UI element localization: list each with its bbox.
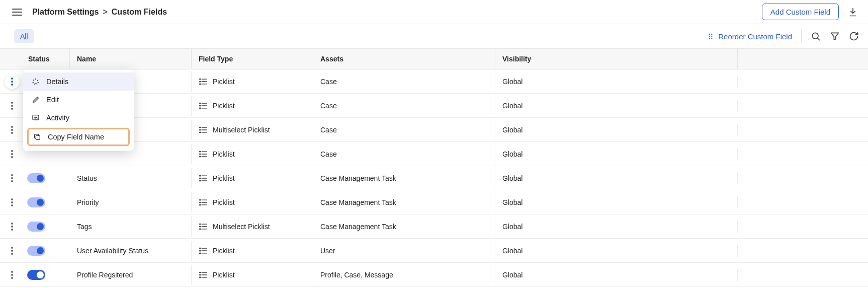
row-actions[interactable] [0, 271, 24, 279]
svg-point-21 [200, 103, 201, 104]
visibility-cell: Global [495, 168, 737, 188]
refresh-icon[interactable] [849, 31, 859, 41]
row-actions[interactable] [0, 150, 24, 158]
add-custom-field-button[interactable]: Add Custom Field [762, 4, 839, 20]
menu-edit[interactable]: Edit [23, 91, 134, 109]
row-actions[interactable] [0, 174, 24, 182]
hamburger-menu-icon[interactable] [10, 7, 24, 18]
status-toggle[interactable] [27, 222, 45, 232]
svg-point-75 [200, 248, 201, 249]
visibility-cell: Global [495, 71, 737, 92]
menu-edit-label: Edit [46, 96, 59, 104]
row-actions[interactable] [0, 247, 24, 255]
col-visibility[interactable]: Visibility [495, 49, 737, 69]
visibility-cell: Global [495, 192, 737, 212]
svg-point-30 [200, 127, 201, 128]
assets-cell: Case Management Task [313, 217, 495, 237]
svg-point-45 [11, 174, 13, 176]
svg-point-20 [11, 108, 13, 110]
col-field-type[interactable]: Field Type [191, 49, 313, 69]
menu-copy-field-name[interactable]: Copy Field Name [29, 129, 128, 145]
status-cell[interactable] [24, 240, 69, 262]
svg-point-65 [11, 229, 13, 231]
picklist-icon [199, 151, 208, 158]
filter-icon[interactable] [830, 31, 840, 41]
row-actions[interactable] [0, 74, 24, 89]
kebab-icon[interactable] [11, 150, 13, 158]
field-type-cell: Multiselect Picklist [191, 217, 313, 237]
copy-icon [33, 133, 42, 141]
svg-point-74 [11, 253, 13, 255]
kebab-icon[interactable] [11, 271, 13, 279]
svg-point-86 [200, 274, 201, 275]
svg-point-32 [200, 129, 201, 130]
status-toggle[interactable] [27, 246, 45, 256]
kebab-icon[interactable] [11, 102, 13, 110]
breadcrumb-parent[interactable]: Platform Settings [32, 8, 99, 17]
svg-point-73 [11, 250, 13, 252]
col-spacer [737, 49, 868, 69]
row-actions[interactable] [0, 102, 24, 110]
status-toggle[interactable] [27, 270, 45, 280]
status-toggle[interactable] [27, 197, 45, 207]
status-cell[interactable] [24, 191, 69, 213]
table-row: Tags Multiselect Picklist Case Managemen… [0, 214, 868, 239]
menu-details[interactable]: Details [23, 73, 134, 91]
kebab-icon[interactable] [11, 126, 13, 134]
kebab-icon[interactable] [5, 74, 20, 89]
field-type-cell: Picklist [191, 71, 313, 92]
row-actions[interactable] [0, 126, 24, 134]
svg-point-54 [11, 198, 13, 200]
svg-point-5 [711, 38, 712, 39]
kebab-icon[interactable] [11, 223, 13, 231]
menu-highlight: Copy Field Name [27, 128, 130, 146]
assets-cell: Profile, Case, Message [313, 265, 495, 285]
field-type-text: Picklist [213, 271, 235, 279]
col-name[interactable]: Name [69, 49, 191, 69]
details-icon [31, 78, 40, 86]
header-bar: Platform Settings > Custom Fields Add Cu… [0, 0, 868, 24]
reorder-label: Reorder Custom Field [718, 32, 792, 41]
menu-activity[interactable]: Activity [23, 109, 134, 127]
svg-point-4 [709, 38, 710, 39]
reorder-custom-field-link[interactable]: Reorder Custom Field [707, 32, 792, 41]
svg-point-0 [709, 34, 710, 35]
col-status[interactable]: Status [24, 49, 69, 69]
kebab-icon[interactable] [11, 174, 13, 182]
svg-point-41 [200, 154, 201, 155]
svg-point-84 [200, 272, 201, 273]
search-icon[interactable] [811, 31, 821, 41]
download-icon[interactable] [848, 7, 858, 17]
field-type-text: Picklist [213, 102, 235, 110]
svg-point-83 [11, 277, 13, 279]
spacer-cell [737, 148, 868, 160]
status-toggle[interactable] [27, 173, 45, 183]
col-assets[interactable]: Assets [313, 49, 495, 69]
filter-all-chip[interactable]: All [14, 29, 34, 43]
svg-point-23 [200, 105, 201, 106]
kebab-icon[interactable] [11, 247, 13, 255]
kebab-icon[interactable] [11, 198, 13, 206]
visibility-cell: Global [495, 120, 737, 140]
status-cell[interactable] [24, 215, 69, 238]
field-type-cell: Multiselect Picklist [191, 120, 313, 140]
svg-point-18 [11, 102, 13, 104]
field-type-text: Picklist [213, 78, 235, 86]
svg-point-1 [711, 34, 712, 35]
row-actions[interactable] [0, 198, 24, 206]
field-type-cell: Picklist [191, 144, 313, 164]
svg-point-12 [200, 81, 201, 82]
status-cell[interactable] [24, 264, 69, 286]
svg-point-10 [200, 79, 201, 80]
row-actions[interactable] [0, 223, 24, 231]
svg-rect-17 [36, 135, 40, 139]
breadcrumb-current: Custom Fields [112, 8, 167, 17]
svg-point-25 [200, 107, 201, 108]
svg-point-82 [11, 274, 13, 276]
svg-point-81 [11, 271, 13, 273]
field-type-text: Picklist [213, 150, 235, 158]
svg-point-27 [11, 126, 13, 128]
svg-point-66 [200, 224, 201, 225]
status-cell[interactable] [24, 167, 69, 189]
svg-point-19 [11, 105, 13, 107]
